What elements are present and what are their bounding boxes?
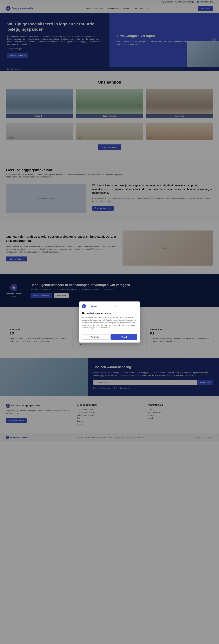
cookie-tab-about[interactable]: About	[111, 304, 122, 309]
cookie-actions: Customize › Allow all	[79, 332, 140, 342]
cookie-logo: B	[82, 304, 86, 308]
cookie-tab-details[interactable]: Details	[100, 304, 111, 309]
cookie-header: B Consent Details About	[79, 302, 140, 309]
cookie-customize-button[interactable]: Customize ›	[82, 334, 109, 340]
cookie-description: We use cookies to personalise content an…	[82, 316, 137, 329]
cookie-body: This website uses cookies We use cookies…	[79, 309, 140, 332]
chevron-right-icon: ›	[100, 336, 100, 338]
cookie-title: This website uses cookies	[82, 312, 137, 314]
cookie-tabs: Consent Details About	[87, 304, 122, 309]
cookie-modal: B Consent Details About This website use…	[79, 302, 140, 343]
cookie-tab-consent[interactable]: Consent	[87, 304, 100, 309]
cookie-allow-all-button[interactable]: Allow all	[110, 334, 137, 340]
cookie-overlay: B Consent Details About This website use…	[0, 0, 219, 441]
